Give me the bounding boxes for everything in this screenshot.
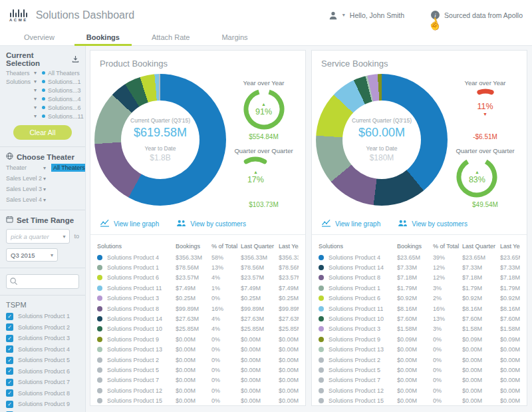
time-range-title: Set Time Range — [17, 216, 74, 224]
checkbox-checked-icon[interactable]: ✓ — [6, 389, 13, 397]
solution-name: Solutions Product 2 — [107, 357, 159, 363]
table-row[interactable]: Solutions Product 15$0.00M0%$0.00M$0.00M — [97, 395, 299, 405]
table-row[interactable]: Solutions Product 6$23.57M4%$23.57M$23.5… — [97, 273, 299, 283]
clear-all-button[interactable]: Clear All — [13, 125, 72, 140]
pct-of-total-value: 39% — [433, 254, 460, 261]
chevron-down-icon[interactable]: ▾ — [34, 87, 42, 93]
table-row[interactable]: Solutions Product 2$0.00M0%$0.00M$0.00M — [319, 355, 520, 365]
chevron-down-icon[interactable]: ▾ — [34, 70, 42, 76]
table-row[interactable]: Solutions Product 5$0.00M0%$0.00M$0.00M — [319, 365, 520, 375]
table-row[interactable]: Solutions Product 2$0.00M0%$0.00M$0.00M — [97, 355, 299, 365]
table-row[interactable]: Solutions Product 14$27.63M4%$27.63M$27.… — [97, 313, 299, 323]
tab-attach-rate[interactable]: Attach Rate — [136, 31, 205, 45]
table-row[interactable]: Solutions Product 11$8.16M16%$8.16M$8.16… — [319, 304, 520, 313]
selection-row[interactable]: ▾Solutions...11 — [6, 113, 79, 119]
table-row[interactable]: Solutions Product 12$0.00M0%$0.00M$0.00M — [319, 385, 520, 395]
checkbox-checked-icon[interactable]: ✓ — [6, 345, 13, 353]
solution-name: Solutions Product 15 — [329, 397, 384, 404]
chevron-down-icon[interactable]: ▾ — [43, 186, 51, 192]
tspm-item-solutions-product-5[interactable]: ✓Solutions Product 5 — [6, 357, 79, 364]
selection-dot-icon — [42, 106, 45, 109]
tspm-item-solutions-product-1[interactable]: ✓Solutions Product 1 — [6, 313, 79, 320]
chevron-down-icon[interactable]: ▾ — [43, 176, 51, 182]
theater-row-sales-level-2[interactable]: Sales Level 2▾ — [6, 174, 79, 182]
table-row[interactable]: Solutions Product 13$0.00M0%$0.00M$0.00M — [97, 345, 299, 355]
table-row[interactable]: Solutions Product 9$0.09M0%$0.09M$0.09M — [319, 334, 520, 344]
legend-dot-icon — [319, 337, 324, 342]
current-selection-section: Current Selection Theaters▾All TheatersS… — [0, 46, 85, 147]
table-header-row: SolutionsBookings% of TotalLast QuarterL… — [97, 240, 299, 252]
tspm-item-solutions-product-7[interactable]: ✓Solutions Product 7 — [6, 379, 79, 386]
bookings-value: $7.18M — [397, 274, 430, 281]
table-row[interactable]: Solutions Product 10$25.85M4%$25.85M$25.… — [97, 324, 299, 334]
solution-name: Solutions Product 8 — [107, 306, 159, 312]
checkbox-checked-icon[interactable]: ✓ — [6, 335, 13, 342]
chevron-down-icon[interactable]: ▾ — [34, 113, 42, 119]
from-quarter-dropdown[interactable]: pick a quarter ▾ — [6, 229, 70, 244]
theater-row-theater[interactable]: Theater▾All Theaters — [6, 164, 79, 172]
tspm-item-solutions-product-9[interactable]: ✓Solutions Product 9 — [6, 401, 79, 408]
last-year-value: $99.89M — [279, 306, 299, 312]
user-icon[interactable] — [329, 11, 338, 20]
chevron-down-icon[interactable]: ▾ — [34, 104, 42, 110]
selection-row[interactable]: ▾Solutions...3 — [6, 87, 79, 93]
selection-row[interactable]: Solutions▾Solutions...1 — [6, 79, 79, 85]
table-row[interactable]: Solutions Product 1$78.56M13%$78.56M$78.… — [97, 262, 299, 272]
table-row[interactable]: Solutions Product 7$0.00M0%$0.00M$0.00M — [97, 375, 299, 385]
solution-name-cell: Solutions Product 6 — [319, 295, 394, 302]
tab-overview[interactable]: Overview — [8, 31, 70, 45]
checkbox-checked-icon[interactable]: ✓ — [6, 367, 13, 375]
table-row[interactable]: Solutions Product 10$7.60M13%$7.60M$7.60… — [319, 313, 520, 323]
table-row[interactable]: Solutions Product 1$1.79M3%$1.79M$1.79M — [319, 283, 520, 293]
tspm-item-solutions-product-4[interactable]: ✓Solutions Product 4 — [6, 345, 79, 353]
table-row[interactable]: Solutions Product 9$0.00M0%$0.00M$0.00M — [97, 334, 299, 344]
chevron-down-icon[interactable]: ▾ — [43, 165, 51, 171]
checkbox-checked-icon[interactable]: ✓ — [6, 323, 13, 331]
table-row[interactable]: Solutions Product 14$7.33M12%$7.33M$7.33… — [319, 262, 520, 272]
view-line-graph-link[interactable]: View line graph — [321, 219, 380, 228]
tab-bookings[interactable]: Bookings — [70, 31, 136, 45]
table-row[interactable]: Solutions Product 4$356.33M58%$356.33M$3… — [97, 252, 299, 262]
checkbox-checked-icon[interactable]: ✓ — [6, 357, 13, 364]
bookings-value: $356.33M — [176, 254, 209, 261]
chevron-down-icon[interactable]: ▾ — [43, 197, 51, 203]
view-by-customers-link[interactable]: View by customers — [176, 220, 246, 228]
chevron-down-icon[interactable]: ▾ — [34, 79, 42, 85]
table-row[interactable]: Solutions Product 12$0.00M0%$0.00M$0.00M — [97, 385, 299, 395]
tspm-item-solutions-product-3[interactable]: ✓Solutions Product 3 — [6, 335, 79, 342]
selected-quarter: Q3 2015 — [11, 252, 51, 259]
table-row[interactable]: Solutions Product 13$0.00M0%$0.00M$0.00M — [319, 345, 520, 355]
user-menu-caret-icon[interactable]: ▾ — [342, 12, 345, 18]
link-label: View line graph — [114, 220, 159, 228]
table-row[interactable]: Solutions Product 7$0.00M0%$0.00M$0.00M — [319, 375, 520, 385]
download-icon[interactable] — [72, 55, 79, 64]
view-by-customers-link[interactable]: View by customers — [398, 220, 467, 228]
selection-row[interactable]: ▾Solutions...4 — [6, 96, 79, 102]
to-quarter-dropdown[interactable]: Q3 2015 ▾ — [6, 248, 58, 262]
theater-row-sales-level-4[interactable]: Sales Level 4▾ — [6, 196, 79, 204]
table-row[interactable]: Solutions Product 15$0.00M0%$0.00M$0.00M — [319, 395, 520, 405]
tab-margins[interactable]: Margins — [205, 31, 263, 45]
pct-of-total-value: 1% — [211, 285, 238, 292]
legend-dot-icon — [319, 286, 324, 291]
selection-row[interactable]: Theaters▾All Theaters — [6, 70, 79, 76]
table-row[interactable]: Solutions Product 4$23.65M39%$23.65M$23.… — [319, 252, 520, 262]
checkbox-checked-icon[interactable]: ✓ — [6, 313, 13, 320]
table-row[interactable]: Solutions Product 8$99.89M16%$99.89M$99.… — [97, 304, 299, 313]
checkbox-checked-icon[interactable]: ✓ — [6, 401, 13, 408]
chevron-down-icon[interactable]: ▾ — [34, 96, 42, 102]
checkbox-checked-icon[interactable]: ✓ — [6, 379, 13, 386]
tspm-item-solutions-product-6[interactable]: ✓Solutions Product 6 — [6, 367, 79, 375]
theater-row-sales-level-3[interactable]: Sales Level 3▾ — [6, 185, 79, 193]
tspm-item-solutions-product-2[interactable]: ✓Solutions Product 2 — [6, 323, 79, 331]
selection-row[interactable]: ▾Solutions...6 — [6, 104, 79, 110]
table-row[interactable]: Solutions Product 11$7.49M1%$7.49M$7.49M — [97, 283, 299, 293]
table-row[interactable]: Solutions Product 3$0.25M0%$0.25M$0.25M — [97, 294, 299, 304]
last-year-value: $0.00M — [500, 367, 520, 373]
table-row[interactable]: Solutions Product 5$0.00M0%$0.00M$0.00M — [97, 365, 299, 375]
tspm-item-solutions-product-8[interactable]: ✓Solutions Product 8 — [6, 389, 79, 397]
table-row[interactable]: Solutions Product 3$1.58M3%$1.58M$1.58M — [319, 324, 520, 334]
view-line-graph-link[interactable]: View line graph — [100, 219, 159, 228]
table-row[interactable]: Solutions Product 8$7.18M12%$7.18M$7.18M — [319, 273, 520, 283]
table-row[interactable]: Solutions Product 6$0.92M2%$0.92M$0.92M — [319, 294, 520, 304]
